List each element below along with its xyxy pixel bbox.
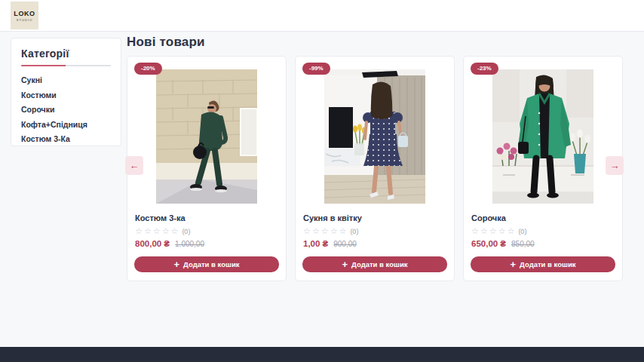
price-row: 1,00 ₴ 900,00 [303,239,446,248]
categories-list: Сукні Костюми Сорочки Кофта+Спідниця Кос… [21,76,111,143]
add-to-cart-label: Додати в кошик [183,260,239,268]
rating: ☆ ☆ ☆ ☆ ☆ (0) [471,227,615,235]
add-to-cart-button[interactable]: + Додати в кошик [302,256,447,272]
star-icon: ☆ [508,227,515,235]
old-price: 1.000,00 [175,240,204,248]
star-icon: ☆ [339,227,347,235]
sidebar-item-top-skirt[interactable]: Кофта+Спідниця [21,121,111,129]
page: LOKO STUDIO Пошук UK ▾ Категорії Сукні К… [0,0,644,362]
star-icon: ☆ [312,227,320,235]
footer [0,347,644,362]
star-icon: ☆ [498,227,506,235]
sidebar-item-suits[interactable]: Костюми [21,91,111,100]
price-row: 800,00 ₴ 1.000,00 [135,239,278,248]
discount-badge: -23% [471,63,498,75]
price-row: 650,00 ₴ 850,00 [471,239,615,248]
arrow-right-icon: → [610,161,620,170]
product-image[interactable] [324,69,425,204]
section-title: Нові товари [127,35,624,50]
product-carousel: -20% [127,56,624,281]
current-price: 650,00 ₴ [471,239,506,248]
rating: ☆ ☆ ☆ ☆ ☆ (0) [303,227,446,235]
rating-count: (0) [182,228,190,235]
discount-badge: -20% [134,63,162,75]
sidebar-item-suit-3piece[interactable]: Костюм 3-Ка [21,135,111,143]
star-icon: ☆ [480,227,488,235]
header [0,0,644,32]
discount-badge: -99% [302,63,330,75]
product-card: -99% [295,56,455,281]
product-title[interactable]: Сукня в квітку [303,213,446,222]
star-icon: ☆ [321,227,329,235]
rating: ☆ ☆ ☆ ☆ ☆ (0) [135,227,278,235]
rating-count: (0) [350,228,358,235]
product-image[interactable] [492,69,593,204]
current-price: 800,00 ₴ [135,239,170,248]
star-icon: ☆ [171,227,179,235]
old-price: 900,00 [333,240,357,248]
add-to-cart-label: Додати в кошик [351,260,407,268]
star-icon: ☆ [471,227,479,235]
star-icon: ☆ [330,227,338,235]
plus-icon: + [173,259,179,269]
rating-count: (0) [518,228,526,235]
star-icon: ☆ [303,227,311,235]
sidebar-item-dresses[interactable]: Сукні [21,76,111,84]
star-icon: ☆ [489,227,497,235]
add-to-cart-button[interactable]: + Додати в кошик [134,256,279,272]
product-card: -23% [463,56,623,281]
old-price: 850,00 [511,240,535,248]
logo[interactable]: LOKO STUDIO [11,2,38,29]
categories-panel: Категорії Сукні Костюми Сорочки Кофта+Сп… [11,38,121,146]
product-title[interactable]: Костюм 3-ка [135,213,278,222]
star-icon: ☆ [153,227,161,235]
star-icon: ☆ [144,227,152,235]
add-to-cart-button[interactable]: + Додати в кошик [471,256,615,272]
arrow-left-icon: ← [130,161,140,170]
logo-subtext: STUDIO [17,18,33,22]
logo-text: LOKO [14,10,35,17]
product-title[interactable]: Сорочка [471,213,615,222]
plus-icon: + [510,259,516,269]
add-to-cart-label: Додати в кошик [520,260,575,268]
carousel-next-button[interactable]: → [606,156,624,175]
new-products-section: Нові товари -20% [127,35,624,281]
plus-icon: + [342,259,348,269]
star-icon: ☆ [162,227,170,235]
star-icon: ☆ [135,227,143,235]
product-image[interactable] [156,69,257,204]
categories-title: Категорії [21,48,111,60]
carousel-prev-button[interactable]: ← [125,156,143,175]
current-price: 1,00 ₴ [303,239,328,248]
product-card: -20% [127,56,287,281]
sidebar-item-shirts[interactable]: Сорочки [21,106,111,114]
categories-divider [21,65,111,66]
